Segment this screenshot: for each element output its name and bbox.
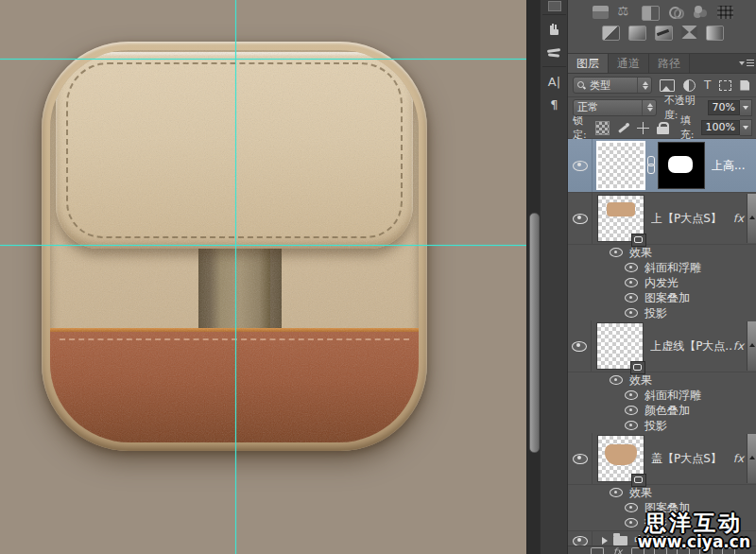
eye-icon[interactable] — [625, 406, 638, 415]
lock-pixels-icon[interactable] — [617, 122, 629, 134]
opacity-dropdown-icon[interactable] — [740, 99, 752, 116]
opacity-value[interactable]: 70% — [708, 100, 740, 115]
filter-kind-label: 类型 — [590, 78, 610, 93]
adjustment-threshold-icon[interactable] — [655, 26, 673, 41]
visibility-cell[interactable] — [568, 139, 593, 192]
filter-type-layers-icon[interactable]: T — [704, 79, 711, 91]
eye-icon[interactable] — [573, 161, 588, 171]
expand-triangle-icon[interactable] — [602, 537, 608, 545]
eye-icon[interactable] — [573, 214, 588, 224]
eye-icon[interactable] — [625, 518, 638, 528]
link-layers-icon[interactable] — [591, 547, 604, 554]
layer-thumbnail[interactable] — [596, 322, 644, 370]
horizontal-guide-top[interactable] — [0, 59, 526, 60]
layer-thumbnail[interactable] — [597, 435, 644, 482]
eye-icon[interactable] — [572, 341, 587, 352]
dock-button-paragraph-panel[interactable]: ¶ — [541, 93, 568, 115]
adjustment-gradient-map-icon[interactable] — [706, 26, 724, 41]
visibility-cell[interactable] — [568, 193, 593, 244]
fx-badge[interactable]: fx — [733, 212, 744, 225]
effects-header-row[interactable]: 效果 — [568, 485, 756, 500]
filter-shape-layers-icon[interactable] — [719, 80, 731, 91]
eye-icon[interactable] — [573, 536, 588, 546]
adjustment-black-white-icon[interactable] — [642, 6, 660, 21]
adjustment-posterize-icon[interactable] — [628, 26, 646, 41]
collapse-effects-icon[interactable] — [747, 321, 756, 371]
layer-name[interactable]: 上【P大点S】 — [651, 211, 722, 227]
adjustment-color-lookup-icon[interactable] — [693, 6, 709, 19]
vertical-guide[interactable] — [235, 0, 236, 554]
filter-adjustment-layers-icon[interactable] — [683, 79, 696, 92]
tab-channels[interactable]: 通道 — [609, 54, 649, 73]
lock-all-icon[interactable] — [657, 122, 669, 134]
layer-name[interactable]: 上高... — [712, 158, 745, 174]
eye-icon[interactable] — [625, 390, 638, 400]
filter-pixel-layers-icon[interactable] — [660, 79, 675, 92]
layer-row[interactable]: 上虚线【P大点... fx — [568, 320, 756, 372]
tab-paths[interactable]: 路径 — [649, 54, 690, 73]
dock-button-brush-presets[interactable] — [541, 41, 568, 63]
dock-button-character-panel[interactable]: A| — [541, 70, 568, 93]
fx-badge[interactable]: fx — [733, 452, 744, 465]
effect-row[interactable]: 内发光 — [568, 275, 756, 290]
opacity-combo[interactable]: 70% — [708, 100, 752, 115]
layer-thumbnail[interactable] — [597, 142, 644, 189]
filter-kind-dropdown[interactable]: 类型 — [573, 77, 652, 94]
effect-row[interactable]: 投影 — [568, 418, 756, 433]
effect-row[interactable]: 图案叠加 — [568, 290, 756, 305]
effect-row[interactable]: 投影 — [568, 305, 756, 320]
effect-row[interactable]: 斜面和浮雕 — [568, 260, 756, 275]
mask-link-icon[interactable] — [646, 156, 656, 175]
eye-icon[interactable] — [625, 421, 638, 430]
effects-header-row[interactable]: 效果 — [568, 245, 756, 260]
eye-icon[interactable] — [610, 488, 623, 497]
eye-icon[interactable] — [625, 263, 638, 272]
layer-thumbnail[interactable] — [597, 195, 644, 242]
fill-combo[interactable]: 100% — [701, 120, 752, 135]
eye-icon[interactable] — [625, 308, 638, 318]
dock-button-brush-panel[interactable] — [541, 18, 568, 41]
layer-name[interactable]: 上虚线【P大点... — [650, 338, 733, 355]
effects-header-row[interactable]: 效果 — [568, 372, 756, 388]
scrollbar-thumb[interactable] — [529, 213, 540, 453]
visibility-cell[interactable] — [568, 433, 593, 484]
layer-style-icon[interactable]: fx — [613, 547, 622, 554]
vector-mask-badge-icon — [631, 234, 646, 247]
effect-row[interactable]: 斜面和浮雕 — [568, 388, 756, 403]
eye-icon[interactable] — [625, 293, 638, 303]
eye-icon[interactable] — [625, 503, 638, 512]
fill-value[interactable]: 100% — [701, 120, 740, 135]
lock-transparency-icon[interactable] — [595, 121, 610, 135]
tab-layers[interactable]: 图层 — [568, 54, 609, 73]
dock-button-partial[interactable] — [541, 0, 568, 11]
horizontal-guide-middle[interactable] — [0, 245, 526, 246]
adjustment-photo-filter-icon[interactable] — [717, 6, 733, 19]
lock-position-icon[interactable] — [637, 122, 649, 134]
layer-row-selected[interactable]: 上高... — [568, 139, 756, 193]
layer-name[interactable]: 盖【P大点S】 — [651, 451, 722, 467]
collapse-effects-icon[interactable] — [747, 434, 756, 483]
visibility-cell[interactable] — [568, 320, 592, 372]
adjustment-color-balance-icon[interactable] — [617, 6, 633, 19]
layer-mask-thumbnail[interactable] — [658, 142, 705, 189]
adjustment-channel-mixer-icon[interactable] — [668, 6, 684, 19]
adjustments-panel — [568, 0, 756, 54]
effect-row[interactable]: 颜色叠加 — [568, 403, 756, 418]
collapse-effects-icon[interactable] — [747, 194, 756, 243]
eye-icon[interactable] — [573, 454, 588, 464]
layer-row[interactable]: 盖【P大点S】 fx — [568, 433, 756, 485]
fill-dropdown-icon[interactable] — [740, 119, 752, 136]
adjustment-invert-icon[interactable] — [602, 26, 620, 41]
blend-mode-dropdown[interactable]: 正常 — [573, 99, 657, 116]
panel-menu-icon[interactable] — [739, 58, 754, 69]
filter-smart-objects-icon[interactable] — [740, 80, 749, 91]
eye-icon[interactable] — [610, 248, 623, 257]
adjustment-selective-color-icon[interactable] — [681, 26, 697, 39]
layer-row[interactable]: 上【P大点S】 fx — [568, 193, 756, 245]
fx-badge[interactable]: fx — [733, 339, 744, 353]
eye-icon[interactable] — [625, 278, 638, 287]
adjustment-levels-icon[interactable] — [593, 6, 609, 19]
eye-icon[interactable] — [610, 375, 623, 385]
canvas-vertical-scrollbar[interactable] — [526, 0, 541, 554]
document-canvas[interactable] — [0, 0, 526, 554]
